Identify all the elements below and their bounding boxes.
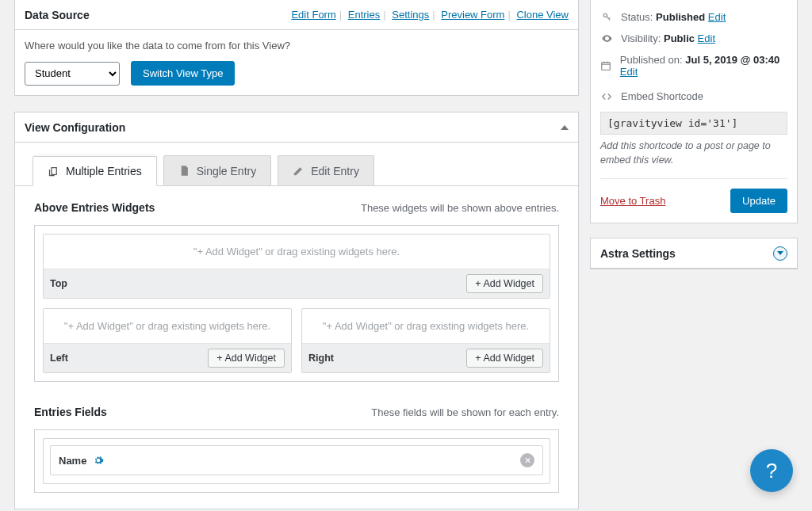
status-value: Published	[656, 11, 705, 23]
published-value: Jul 5, 2019 @ 03:40	[685, 54, 779, 66]
astra-settings-box: Astra Settings	[590, 238, 798, 269]
tab-multiple-entries[interactable]: Multiple Entries	[33, 156, 157, 186]
tab-content-multiple: Above Entries Widgets These widgets will…	[15, 185, 578, 509]
dropzone-hint: "+ Add Widget" or drag existing widgets …	[302, 309, 550, 343]
entries-fields-zone[interactable]: Name ✕	[43, 438, 550, 484]
entries-fields-heading: Entries Fields	[34, 406, 107, 418]
link-settings[interactable]: Settings	[392, 9, 429, 21]
status-label: Status:	[621, 11, 653, 23]
view-configuration-title: View Configuration	[25, 121, 125, 134]
chevron-down-icon[interactable]	[773, 246, 787, 261]
tab-label: Edit Entry	[311, 165, 359, 177]
tab-edit-entry[interactable]: Edit Entry	[278, 155, 374, 185]
field-label: Name	[59, 455, 86, 467]
edit-date-link[interactable]: Edit	[620, 66, 638, 78]
visibility-label: Visibility:	[621, 32, 661, 44]
view-config-tabs: Multiple Entries Single Entry Edit Entry	[15, 143, 578, 186]
status-row: Status: Published Edit	[600, 6, 787, 28]
data-source-box: Data Source Edit Form| Entries| Settings…	[14, 0, 579, 96]
code-icon	[600, 91, 613, 102]
widget-zone-top[interactable]: "+ Add Widget" or drag existing widgets …	[43, 234, 550, 299]
zone-label-right: Right	[308, 353, 334, 364]
shortcode-hint: Add this shortcode to a post or page to …	[600, 139, 787, 167]
data-source-question: Where would you like the data to come fr…	[25, 40, 569, 51]
shortcode-input[interactable]: [gravityview id='31']	[600, 112, 787, 135]
link-preview-form[interactable]: Preview Form	[441, 9, 504, 21]
svg-point-0	[603, 13, 607, 17]
update-button[interactable]: Update	[730, 189, 787, 213]
above-widgets-hint: These widgets will be shown above entrie…	[361, 202, 559, 214]
add-widget-button-left[interactable]: + Add Widget	[208, 349, 285, 368]
collapse-toggle-icon[interactable]	[561, 125, 569, 130]
copy-icon	[48, 166, 59, 177]
eye-icon	[600, 32, 613, 44]
publish-box: Status: Published Edit Visibility: Publi…	[590, 0, 798, 223]
gear-icon[interactable]	[93, 455, 104, 466]
dropzone-hint: "+ Add Widget" or drag existing widgets …	[44, 309, 291, 343]
data-source-select[interactable]: Student	[25, 62, 120, 86]
dropzone-hint: "+ Add Widget" or drag existing widgets …	[44, 235, 550, 269]
calendar-icon	[600, 60, 612, 71]
link-edit-form[interactable]: Edit Form	[291, 9, 335, 21]
visibility-value: Public	[664, 32, 695, 44]
published-label: Published on:	[620, 54, 683, 66]
document-icon	[178, 165, 190, 177]
edit-status-link[interactable]: Edit	[708, 11, 726, 23]
move-to-trash-link[interactable]: Move to Trash	[600, 195, 665, 207]
visibility-row: Visibility: Public Edit	[600, 28, 787, 49]
help-icon: ?	[766, 459, 777, 483]
link-entries[interactable]: Entries	[348, 9, 380, 21]
help-button[interactable]: ?	[750, 449, 793, 492]
published-row: Published on: Jul 5, 2019 @ 03:40 Edit	[600, 49, 787, 82]
add-widget-button-top[interactable]: + Add Widget	[466, 274, 543, 293]
tab-label: Single Entry	[197, 165, 256, 177]
zone-label-left: Left	[50, 353, 68, 364]
edit-icon	[293, 165, 304, 177]
entries-fields-container: Name ✕	[34, 429, 559, 493]
entries-fields-hint: These fields will be shown for each entr…	[371, 406, 559, 418]
above-widgets-container: "+ Add Widget" or drag existing widgets …	[34, 225, 559, 382]
tab-single-entry[interactable]: Single Entry	[163, 155, 271, 185]
svg-rect-1	[602, 63, 611, 70]
tab-label: Multiple Entries	[66, 165, 142, 177]
key-icon	[600, 12, 613, 22]
edit-visibility-link[interactable]: Edit	[698, 32, 715, 44]
add-widget-button-right[interactable]: + Add Widget	[466, 349, 543, 368]
above-widgets-heading: Above Entries Widgets	[34, 201, 155, 214]
view-configuration-box: View Configuration Multiple Entries Sing…	[14, 112, 579, 509]
embed-row: Embed Shortcode	[600, 82, 787, 107]
data-source-title: Data Source	[25, 9, 90, 21]
widget-zone-right[interactable]: "+ Add Widget" or drag existing widgets …	[301, 308, 550, 373]
zone-label-top: Top	[50, 278, 67, 289]
field-item-name[interactable]: Name ✕	[50, 445, 543, 475]
data-source-links: Edit Form| Entries| Settings| Preview Fo…	[291, 9, 569, 21]
remove-field-icon[interactable]: ✕	[520, 453, 534, 467]
switch-view-type-button[interactable]: Switch View Type	[131, 61, 235, 86]
astra-settings-title: Astra Settings	[600, 247, 676, 260]
link-clone-view[interactable]: Clone View	[516, 9, 569, 21]
astra-settings-header[interactable]: Astra Settings	[591, 238, 797, 269]
embed-label: Embed Shortcode	[621, 90, 703, 102]
widget-zone-left[interactable]: "+ Add Widget" or drag existing widgets …	[43, 308, 292, 373]
